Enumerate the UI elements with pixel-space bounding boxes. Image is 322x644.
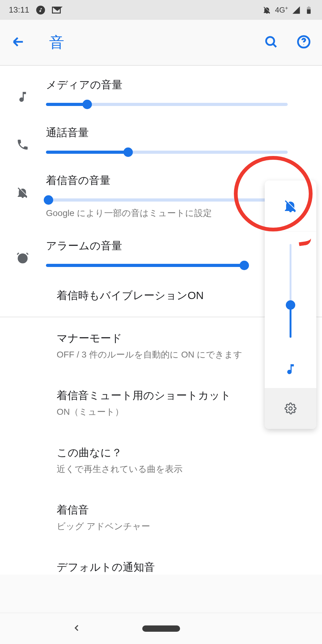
call-volume-label: 通話音量	[46, 125, 307, 140]
ring-volume-slider[interactable]	[46, 198, 288, 202]
default-notification-sound-row[interactable]: デフォルトの通知音	[0, 546, 322, 575]
app-bar: 音	[0, 20, 322, 66]
network-type: 4G+	[275, 6, 288, 14]
volume-panel	[265, 180, 316, 429]
notifications-off-icon	[15, 186, 30, 199]
nav-back-button[interactable]	[72, 624, 81, 634]
navigation-bar	[0, 613, 322, 644]
ringtone-title: 着信音	[57, 503, 322, 517]
back-button[interactable]	[11, 35, 25, 50]
page-title: 音	[49, 32, 64, 53]
svg-point-0	[266, 37, 274, 45]
search-button[interactable]	[264, 35, 278, 50]
phone-icon	[15, 138, 30, 151]
music-note-icon	[15, 90, 30, 103]
signal-icon	[292, 6, 301, 14]
svg-point-4	[289, 407, 292, 410]
media-volume-label: メディアの音量	[46, 78, 307, 92]
gmail-icon	[52, 6, 61, 14]
status-bar: 13:11 4G+	[0, 0, 322, 20]
battery-icon	[304, 6, 313, 14]
default-notification-sound-title: デフォルトの通知音	[57, 560, 322, 575]
ringtone-sub: ビッグ アドベンチャー	[57, 520, 322, 532]
nav-home-pill[interactable]	[142, 625, 180, 632]
call-volume-slider[interactable]	[46, 151, 288, 154]
volume-panel-slider[interactable]	[290, 231, 291, 350]
music-app-icon	[36, 6, 45, 14]
volume-stream-icon[interactable]	[265, 350, 316, 388]
volume-settings-button[interactable]	[265, 388, 316, 429]
call-volume-row: 通話音量	[0, 114, 322, 161]
media-volume-row: メディアの音量	[0, 66, 322, 114]
help-button[interactable]	[297, 35, 311, 50]
svg-point-2	[303, 44, 304, 45]
now-playing-row[interactable]: この曲なに？ 近くで再生されている曲を表示	[0, 432, 322, 489]
alarm-icon	[15, 251, 30, 264]
status-time: 13:11	[9, 5, 29, 15]
ringer-mode-button[interactable]	[265, 180, 316, 231]
ringtone-row[interactable]: 着信音 ビッグ アドベンチャー	[0, 489, 322, 546]
now-playing-sub: 近くで再生されている曲を表示	[57, 463, 322, 475]
media-volume-slider[interactable]	[46, 103, 288, 106]
alarm-volume-slider[interactable]	[46, 264, 244, 267]
notifications-off-icon	[263, 6, 271, 14]
now-playing-title: この曲なに？	[57, 446, 322, 460]
